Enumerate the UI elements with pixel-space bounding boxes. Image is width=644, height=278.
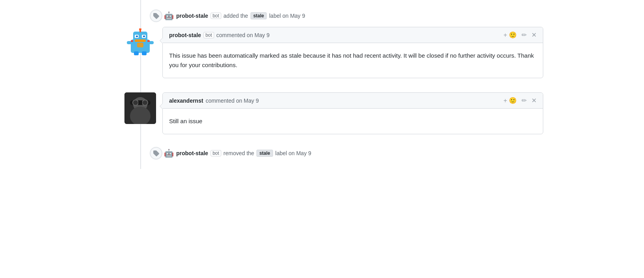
comment-header-bot: probot-stale bot commented on May 9 + 🙂 …	[163, 27, 543, 43]
comment-text-bot: This issue has been automatically marked…	[169, 51, 537, 70]
svg-rect-13	[137, 43, 143, 47]
comment-actions-human: + 🙂 ✏ ✕	[503, 97, 537, 104]
comment-row-bot: probot-stale bot commented on May 9 + 🙂 …	[101, 24, 543, 81]
edit-button-human[interactable]: ✏	[522, 97, 527, 104]
comment-box-bot: probot-stale bot commented on May 9 + 🙂 …	[162, 27, 543, 78]
svg-point-20	[142, 100, 148, 105]
svg-rect-15	[147, 40, 150, 42]
suffix-text-1: label on May 9	[269, 13, 305, 19]
robot-emoji-1: 🤖	[164, 12, 174, 20]
robot-emoji-2: 🤖	[164, 149, 174, 157]
stale-label-1: stale	[250, 12, 267, 19]
tag-icon	[150, 9, 162, 22]
comment-body-human: Still an issue	[163, 109, 543, 134]
actor-name-1[interactable]: probot-stale	[176, 13, 208, 19]
svg-rect-6	[136, 36, 138, 37]
action-text-2: removed the	[224, 150, 254, 156]
actor-name-2[interactable]: probot-stale	[176, 150, 208, 156]
suffix-text-2: label on May 9	[275, 150, 311, 156]
human-avatar-svg	[124, 92, 156, 124]
spacer-1	[101, 81, 543, 89]
comment-text-human: Still an issue	[169, 116, 537, 126]
label-event-added: 🤖 probot-stale bot added the stale label…	[101, 8, 543, 24]
action-text-1: added the	[224, 13, 248, 19]
spacer-2	[101, 137, 543, 145]
comment-box-human: alexandernst commented on May 9 + 🙂 ✏ ✕ …	[162, 92, 543, 134]
comment-actions-bot: + 🙂 ✏ ✕	[503, 31, 537, 39]
bot-badge-2: bot	[211, 150, 221, 156]
svg-rect-8	[135, 39, 146, 42]
comment-body-bot: This issue has been automatically marked…	[163, 43, 543, 78]
svg-rect-12	[142, 51, 147, 55]
comment-row-human: alexandernst commented on May 9 + 🙂 ✏ ✕ …	[101, 89, 543, 137]
avatar-robot	[124, 27, 156, 58]
svg-rect-14	[131, 40, 133, 42]
close-button-human[interactable]: ✕	[531, 97, 537, 104]
svg-point-19	[133, 100, 138, 105]
label-event-content: 🤖 probot-stale bot added the stale label…	[164, 12, 305, 20]
edit-button-bot[interactable]: ✏	[522, 31, 527, 39]
stale-label-2: stale	[256, 150, 273, 157]
react-button-bot[interactable]: + 🙂	[503, 31, 517, 39]
label-event-removed: 🤖 probot-stale bot removed the stale lab…	[101, 145, 543, 161]
svg-rect-11	[134, 51, 139, 55]
timeline: 🤖 probot-stale bot added the stale label…	[85, 0, 559, 169]
comment-meta-human: commented on May 9	[205, 98, 259, 104]
commenter-name-human[interactable]: alexandernst	[169, 98, 203, 104]
comment-meta-bot: commented on May 9	[217, 32, 270, 38]
comment-header-left-bot: probot-stale bot commented on May 9	[169, 32, 269, 38]
bot-badge-comment: bot	[203, 32, 214, 38]
commenter-name-bot[interactable]: probot-stale	[169, 32, 201, 38]
react-button-human[interactable]: + 🙂	[503, 97, 517, 104]
label-event-content-2: 🤖 probot-stale bot removed the stale lab…	[164, 149, 311, 157]
robot-svg	[126, 28, 154, 57]
close-button-bot[interactable]: ✕	[531, 31, 537, 39]
comment-header-left-human: alexandernst commented on May 9	[169, 98, 259, 104]
tag-icon-2	[150, 147, 162, 160]
avatar-human	[124, 92, 156, 124]
svg-rect-21	[138, 101, 142, 104]
bot-badge-1: bot	[211, 13, 221, 19]
svg-rect-7	[143, 36, 145, 37]
comment-header-human: alexandernst commented on May 9 + 🙂 ✏ ✕	[163, 93, 543, 109]
svg-point-3	[139, 28, 141, 30]
